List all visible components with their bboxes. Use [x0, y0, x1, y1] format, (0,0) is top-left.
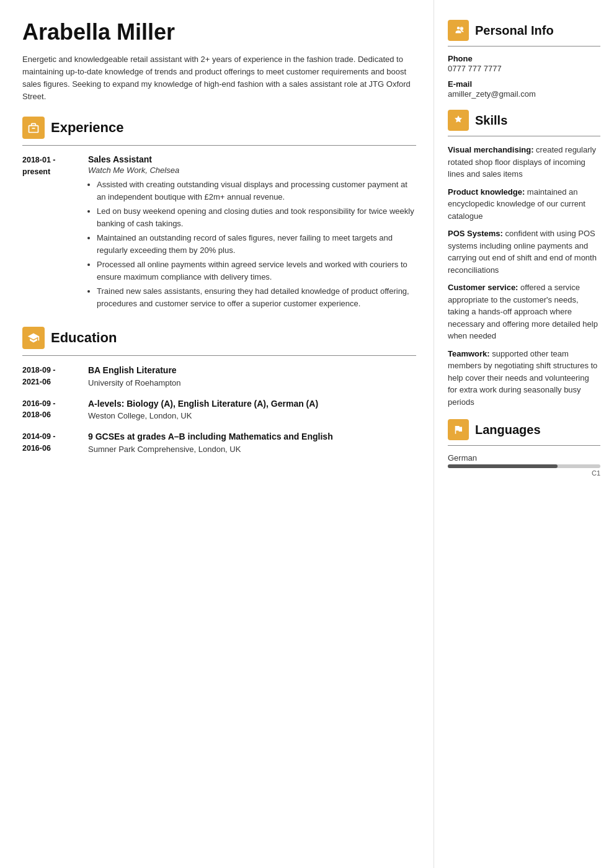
skills-icon — [448, 110, 469, 131]
edu-content-0: BA English Literature University of Roeh… — [88, 365, 416, 388]
edu-school-2: Sumner Park Comprehensive, London, UK — [88, 445, 416, 454]
edu-entry-2: 2014-09 - 2016-06 9 GCSEs at grades A–B … — [22, 431, 416, 454]
candidate-name: Arabella Miller — [22, 20, 416, 45]
lang-bar-bg-0 — [448, 464, 600, 468]
skills-star-icon — [453, 115, 464, 126]
languages-section: Languages German C1 — [448, 419, 600, 477]
briefcase-icon — [27, 122, 40, 134]
edu-dates-2: 2014-09 - 2016-06 — [22, 431, 78, 454]
skill-item-1: Product knowledge: maintained an encyclo… — [448, 186, 600, 223]
skill-item-4: Teamwork: supported other team members b… — [448, 348, 600, 409]
bullet-1: Led on busy weekend opening and closing … — [97, 205, 416, 229]
edu-degree-0: BA English Literature — [88, 365, 416, 377]
flag-icon — [453, 424, 464, 435]
edu-content-1: A-levels: Biology (A), English Literatur… — [88, 398, 416, 422]
phone-value: 0777 777 7777 — [448, 64, 600, 73]
summary-text: Energetic and knowledgeable retail assis… — [22, 53, 416, 104]
languages-icon — [448, 419, 469, 440]
lang-name-0: German — [448, 453, 600, 463]
education-section: Education 2018-09 - 2021-06 BA English L… — [22, 327, 416, 454]
lang-bar-fill-0 — [448, 464, 558, 468]
person-icon — [453, 25, 464, 36]
experience-header: Experience — [22, 117, 416, 139]
bullet-3: Processed all online payments within agr… — [97, 259, 416, 283]
exp-content-0: Sales Assistant Watch Me Work, Chelsea A… — [88, 154, 416, 312]
edu-entry-0: 2018-09 - 2021-06 BA English Literature … — [22, 365, 416, 388]
edu-content-2: 9 GCSEs at grades A–B including Mathemat… — [88, 431, 416, 454]
experience-entry-0: 2018-01 - present Sales Assistant Watch … — [22, 154, 416, 312]
personal-info-divider — [448, 46, 600, 46]
personal-info-title: Personal Info — [475, 24, 554, 38]
skills-section: Skills Visual merchandising: created reg… — [448, 110, 600, 408]
skill-item-0: Visual merchandising: created regularly … — [448, 144, 600, 180]
personal-info-icon — [448, 20, 469, 41]
skill-item-2: POS Systems: confident with using POS sy… — [448, 228, 600, 276]
experience-divider — [22, 145, 416, 146]
skill-label-1: Product knowledge: — [448, 187, 525, 197]
edu-degree-1: A-levels: Biology (A), English Literatur… — [88, 398, 416, 410]
personal-info-header: Personal Info — [448, 20, 600, 41]
skill-label-4: Teamwork: — [448, 349, 490, 358]
phone-label: Phone — [448, 54, 600, 63]
lang-item-0: German C1 — [448, 453, 600, 477]
skills-divider — [448, 136, 600, 136]
experience-section: Experience 2018-01 - present Sales Assis… — [22, 117, 416, 312]
email-label: E-mail — [448, 79, 600, 89]
skill-label-2: POS Systems: — [448, 229, 503, 238]
skills-title: Skills — [475, 113, 507, 128]
graduation-cap-icon — [27, 332, 40, 344]
experience-title: Experience — [51, 120, 123, 136]
languages-divider — [448, 445, 600, 446]
experience-icon — [22, 117, 45, 139]
edu-school-0: University of Roehampton — [88, 378, 416, 388]
bullet-4: Trained new sales assistants, ensuring t… — [97, 285, 416, 309]
edu-entry-1: 2016-09 - 2018-06 A-levels: Biology (A),… — [22, 398, 416, 422]
education-title: Education — [51, 330, 117, 346]
exp-dates-0: 2018-01 - present — [22, 154, 78, 312]
languages-title: Languages — [475, 423, 541, 437]
skill-label-0: Visual merchandising: — [448, 145, 533, 154]
skills-header: Skills — [448, 110, 600, 131]
edu-school-1: Weston College, London, UK — [88, 411, 416, 420]
skill-item-3: Customer service: offered a service appr… — [448, 281, 600, 342]
exp-job-title-0: Sales Assistant — [88, 154, 416, 164]
personal-info-section: Personal Info Phone 0777 777 7777 E-mail… — [448, 20, 600, 99]
lang-level-0: C1 — [448, 469, 600, 477]
languages-header: Languages — [448, 419, 600, 440]
edu-degree-2: 9 GCSEs at grades A–B including Mathemat… — [88, 431, 416, 443]
bullet-2: Maintained an outstanding record of sale… — [97, 232, 416, 256]
edu-dates-0: 2018-09 - 2021-06 — [22, 365, 78, 388]
exp-bullets-0: Assisted with creating outstanding visua… — [88, 179, 416, 309]
skill-label-3: Customer service: — [448, 283, 518, 292]
education-header: Education — [22, 327, 416, 349]
bullet-0: Assisted with creating outstanding visua… — [97, 179, 416, 203]
email-value: amiller_zety@gmail.com — [448, 89, 600, 99]
exp-company-0: Watch Me Work, Chelsea — [88, 166, 416, 175]
education-divider — [22, 355, 416, 356]
edu-dates-1: 2016-09 - 2018-06 — [22, 398, 78, 422]
education-icon — [22, 327, 45, 349]
